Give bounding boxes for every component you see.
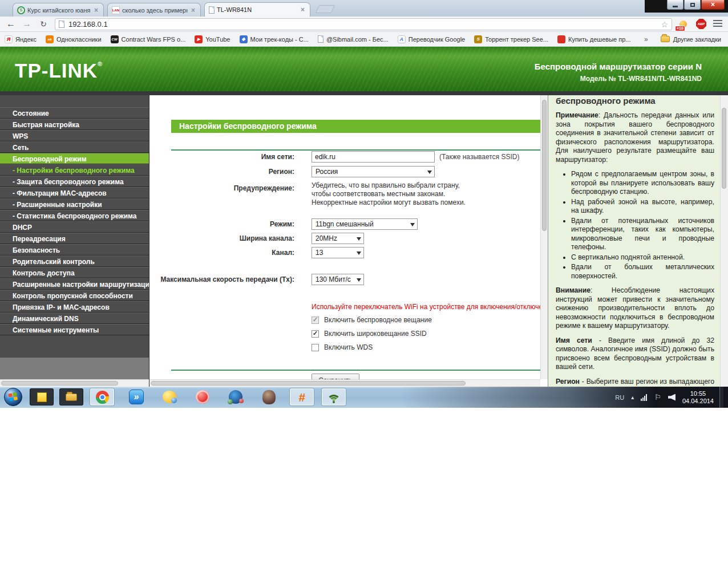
sidebar-item-parental-control[interactable]: Родительский контроль [0, 256, 149, 267]
tab-question[interactable]: LAN сколько здесь примерно × [107, 3, 201, 17]
restore-icon [690, 3, 695, 7]
sidebar-item-quick-setup[interactable]: Быстрая настройка [0, 119, 149, 130]
sidebar-item-wireless-statistics[interactable]: - Статистика беспроводного режима [0, 210, 149, 221]
reload-button[interactable]: ↻ [36, 18, 51, 30]
tplink-header: TP-LINK® Беспроводной маршрутизатор сери… [0, 47, 728, 91]
bookmark-sibmail[interactable]: @Sibmail.com - Бес... [318, 35, 389, 43]
checkbox-row-ssid-broadcast: ✓ Включить широковещание SSID [312, 330, 427, 338]
region-select[interactable]: Россия [312, 166, 435, 177]
divider-line [171, 370, 541, 371]
bookmark-yandex[interactable]: ЯЯндекс [5, 35, 37, 43]
bookmark-star-icon[interactable]: ☆ [661, 20, 668, 29]
other-bookmarks-folder[interactable]: Другие закладки [661, 36, 721, 43]
show-desktop-button[interactable] [719, 387, 723, 408]
channel-width-select[interactable]: 20MHz [312, 233, 364, 244]
restore-button[interactable] [684, 0, 701, 10]
sidebar-item-dhcp[interactable]: DHCP [0, 221, 149, 233]
sidebar-item-wireless[interactable]: Беспроводной режим [0, 153, 149, 164]
taskbar-wifi-app[interactable] [322, 388, 346, 405]
taskbar-media-player[interactable] [191, 388, 215, 405]
bookmarks-overflow-chevron[interactable]: » [644, 35, 648, 43]
bookmark-google-translate[interactable]: AПереводчик Google [398, 35, 466, 43]
bookmark-odnoklassniki[interactable]: okОдноклассники [46, 35, 102, 43]
tab-currency[interactable]: S Курс китайского юаня к × [13, 3, 104, 17]
sidebar-item-dynamic-dns[interactable]: Динамический DNS [0, 313, 149, 324]
tab-router-active[interactable]: TL-WR841N × [204, 2, 310, 17]
hidden-icons-arrow-icon[interactable]: ▴ [631, 394, 634, 400]
mode-select[interactable]: 11bgn смешанный [312, 218, 418, 230]
bookmark-torrent-tracker[interactable]: SТоррент трекер See... [474, 35, 548, 43]
channel-select[interactable]: 13 [312, 247, 364, 258]
bookmark-shop[interactable]: Купить дешевые пр... [557, 35, 630, 43]
sidebar-item-network[interactable]: Сеть [0, 141, 149, 153]
sidebar-item-forwarding[interactable]: Переадресация [0, 233, 149, 244]
taskbar-globe-app[interactable] [224, 388, 248, 405]
taskbar-explorer[interactable] [59, 388, 83, 405]
wireless-radio-checkbox[interactable]: ✓ [312, 317, 319, 324]
scrollbar-thumb[interactable] [722, 108, 726, 189]
sidebar-item-mac-filtering[interactable]: - Фильтрация MAC-адресов [0, 187, 149, 198]
taskbar-chrome[interactable] [90, 388, 114, 405]
sidebar-item-advanced-routing[interactable]: Расширенные настройки маршрутизации [0, 278, 149, 290]
start-button[interactable] [3, 387, 23, 407]
sidebar-item-advanced-settings[interactable]: - Расширенные настройки [0, 198, 149, 210]
ssid-broadcast-checkbox[interactable]: ✓ [312, 330, 319, 338]
sidebar-item-status[interactable]: Состояние [0, 107, 149, 119]
minimize-button[interactable] [667, 0, 683, 10]
close-button[interactable]: × [701, 0, 725, 10]
address-bar[interactable]: 192.168.0.1 ☆ [55, 18, 672, 30]
sidebar-item-security[interactable]: Безопасность [0, 244, 149, 256]
bookmark-label: Торрент трекер See... [485, 36, 548, 43]
back-button[interactable]: ← [3, 18, 18, 30]
chrome-menu-button[interactable] [713, 20, 723, 28]
scrollbar-thumb[interactable] [542, 100, 547, 231]
main-horizontal-scrollbar[interactable] [149, 379, 540, 387]
new-tab-button[interactable] [316, 5, 335, 13]
tx-rate-label: Максимальная скорость передачи (Tx): [149, 275, 294, 283]
speaker-icon[interactable] [668, 394, 676, 401]
cart-icon [557, 35, 565, 43]
sidebar-item-access-control[interactable]: Контроль доступа [0, 267, 149, 278]
contract-wars-icon: CW [111, 35, 119, 43]
windows-taskbar: » # RU ▴ ⚐ 10:55 04.04.2014 [0, 387, 728, 408]
help-vertical-scrollbar[interactable] [720, 95, 728, 387]
taskbar-qip[interactable] [157, 388, 181, 405]
tray-clock[interactable]: 10:55 04.04.2014 [682, 390, 714, 405]
sidebar-item-wireless-security[interactable]: - Защита беспроводного режима [0, 176, 149, 187]
wds-checkbox[interactable] [312, 344, 319, 351]
bookmark-contract-wars[interactable]: CWContract Wars FPS o... [111, 35, 186, 43]
ssid-input[interactable] [312, 151, 435, 163]
sidebar-item-ip-mac-binding[interactable]: Привязка IP- и MAC-адресов [0, 301, 149, 313]
main-vertical-scrollbar[interactable] [540, 95, 548, 379]
taskbar-sticky-notes[interactable] [30, 388, 54, 405]
sidebar-item-bandwidth-control[interactable]: Контроль пропускной способности [0, 290, 149, 301]
action-center-flag-icon[interactable]: ⚐ [654, 393, 661, 402]
sidebar-item-system-tools[interactable]: Системные инструменты [0, 324, 149, 335]
adblock-extension-icon[interactable]: ABP [695, 18, 707, 30]
tab-close-icon[interactable]: × [190, 6, 196, 14]
taskbar-game[interactable] [257, 388, 281, 405]
help-note-label: Примечание [556, 111, 598, 119]
sidebar-horizontal-scrollbar[interactable] [0, 379, 149, 387]
tab-close-icon[interactable]: × [300, 6, 306, 14]
bookmark-youtube[interactable]: ▶YouTube [195, 35, 230, 43]
bookmark-label: Переводчик Google [409, 36, 466, 43]
taskbar-sharp-app[interactable]: # [290, 388, 314, 405]
scrollbar-thumb[interactable] [1, 381, 118, 386]
bookmark-track-codes[interactable]: ◆Мои трек-коды - С... [240, 35, 309, 43]
scrollbar-thumb[interactable] [151, 381, 466, 386]
taskbar-download-master[interactable]: » [124, 388, 148, 405]
dropdown-arrow-icon [357, 252, 361, 257]
tab-close-icon[interactable]: × [93, 6, 99, 14]
weather-extension-icon[interactable]: +10 [677, 18, 689, 30]
tx-rate-select[interactable]: 130 Мбит/с [312, 274, 364, 285]
bookmarks-bar: ЯЯндекс okОдноклассники CWContract Wars … [0, 32, 728, 47]
tab-title: TL-WR841N [217, 6, 297, 13]
network-signal-icon[interactable] [641, 394, 648, 401]
explorer-folder-icon [66, 394, 77, 401]
forward-button[interactable]: → [19, 18, 34, 30]
sidebar-item-wireless-settings[interactable]: - Настройки беспроводного режима [0, 164, 149, 176]
bookmark-label: Одноклассники [56, 36, 102, 43]
sidebar-item-wps[interactable]: WPS [0, 130, 149, 141]
language-indicator[interactable]: RU [615, 394, 624, 401]
